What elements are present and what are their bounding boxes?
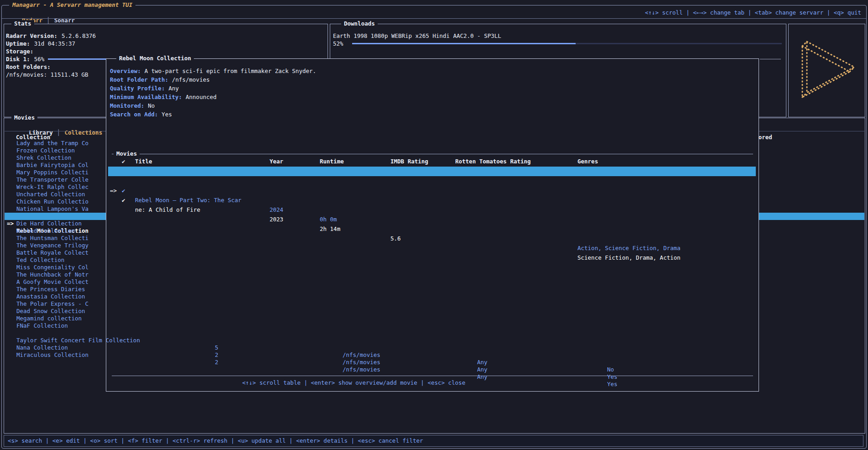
cell-imdb: 5.6 bbox=[390, 234, 401, 243]
cell-quality-profile: Any bbox=[477, 359, 488, 366]
bottom-keybindings-bar: <s> search | <e> edit | <o> sort | <f> f… bbox=[4, 435, 863, 447]
movie-row[interactable]: ✔ Rebel Moon — Part Two: The Scar 2024 0… bbox=[106, 176, 759, 186]
popup-field-min-availability: Minimum Availability:Announced bbox=[110, 93, 217, 101]
cell-runtime: 2h 14m bbox=[320, 224, 340, 234]
cell-quality-profile: Any bbox=[477, 373, 488, 381]
column-header-rt: Rotten Tomatoes Rating bbox=[455, 157, 531, 165]
cell-root-folder: /nfs/movies bbox=[343, 359, 380, 366]
popup-field-quality-profile: Quality Profile:Any bbox=[110, 84, 179, 92]
popup-field-overview: Overview:A two-part sci-fi epic from fil… bbox=[110, 67, 316, 75]
stats-storage-label: Storage: bbox=[6, 47, 33, 55]
app-title: Managarr - A Servarr management TUI bbox=[9, 1, 135, 8]
popup-field-root-folder: Root Folder Path:/nfs/movies bbox=[110, 76, 210, 84]
column-header-imdb: IMDB Rating bbox=[390, 157, 428, 165]
servarr-tab-bar: Radarr│Sonarr bbox=[8, 9, 75, 16]
popup-movies-title: Movies bbox=[114, 150, 140, 157]
column-header-year: Year bbox=[270, 157, 283, 165]
cell-movie-count: 2 bbox=[215, 359, 218, 366]
cell-runtime: 0h 0m bbox=[320, 215, 337, 224]
column-header-genres: Genres bbox=[577, 157, 598, 165]
movies-table-top-border bbox=[112, 154, 753, 154]
downloads-panel-title: Downloads bbox=[341, 20, 378, 27]
cell-movie-count: 2 bbox=[215, 351, 218, 359]
managarr-logo-icon bbox=[796, 35, 856, 104]
stats-rootfolder-line: /nfs/movies: 11511.43 GB bbox=[6, 71, 88, 78]
column-header-check: ✔ bbox=[122, 157, 125, 165]
list-item[interactable]: Miraculous Collection 2 /nfs/movies Any … bbox=[5, 344, 864, 351]
cell-monitored: No bbox=[607, 366, 614, 373]
popup-field-monitored: Monitored:No bbox=[110, 102, 155, 110]
check-icon: ✔ bbox=[122, 195, 125, 205]
stats-uptime-line: Uptime:31d 04:35:37 bbox=[6, 40, 75, 47]
cell-genres: Action, Science Fiction, Drama bbox=[577, 243, 681, 253]
column-header-title: Title bbox=[135, 157, 152, 165]
popup-movies-header: ✔ Title Year Runtime IMDB Rating Rotten … bbox=[106, 157, 759, 165]
cell-year: 2024 bbox=[270, 205, 283, 215]
popup-title: Rebel Moon Collection bbox=[116, 55, 194, 62]
cell-root-folder: /nfs/movies bbox=[343, 366, 380, 373]
stats-version-line: Radarr Version:5.2.6.8376 bbox=[6, 32, 96, 40]
stats-rootfolders-label: Root Folders: bbox=[6, 63, 51, 71]
cell-title: Rebel Moon — Part Two: The Scar bbox=[135, 195, 241, 205]
cell-root-folder: /nfs/movies bbox=[343, 351, 380, 359]
movies-panel-title: Movies bbox=[11, 114, 37, 121]
column-header-runtime: Runtime bbox=[320, 157, 344, 165]
logo-panel bbox=[788, 24, 865, 117]
top-divider bbox=[2, 18, 866, 19]
list-item[interactable]: Nana Collection 2 /nfs/movies Any Yes bbox=[5, 337, 864, 344]
download-item-percent: 52% bbox=[333, 40, 343, 47]
cell-year: 2023 bbox=[270, 215, 283, 224]
download-item-name: Earth 1998 1080p WEBRip x265 Hindi AAC2.… bbox=[333, 32, 501, 40]
selection-highlight bbox=[108, 167, 756, 176]
popup-field-search-on-add: Search on Add:Yes bbox=[110, 110, 172, 118]
selection-arrow: => bbox=[110, 186, 117, 195]
movies-tab-bar: Library│Collections│ bbox=[8, 121, 114, 129]
cell-genres: Science Fiction, Drama, Action bbox=[577, 253, 681, 262]
cell-title: ne: A Child of Fire bbox=[135, 205, 200, 215]
stats-panel-title: Stats bbox=[11, 20, 34, 27]
download-gauge-2-fragment bbox=[760, 59, 781, 59]
list-item[interactable]: Taylor Swift Concert Film Collection 5 /… bbox=[5, 330, 864, 337]
download-progress-gauge bbox=[352, 43, 782, 44]
movie-row-selected[interactable]: => ✔ ne: A Child of Fire 2023 2h 14m 5.6… bbox=[106, 167, 759, 176]
movies-table-bottom-border bbox=[112, 376, 753, 376]
popup-keybindings: <↑↓> scroll table | <enter> show overvie… bbox=[242, 379, 465, 387]
top-keybindings: <↑↓> scroll | <←→> change tab | <tab> ch… bbox=[645, 9, 861, 16]
cell-monitored: Yes bbox=[607, 381, 618, 388]
stats-disk-line: Disk 1:56% bbox=[6, 55, 44, 63]
cell-monitored: Yes bbox=[607, 373, 618, 381]
cell-quality-profile: Any bbox=[477, 366, 488, 373]
app-root: Managarr - A Servarr management TUI Rada… bbox=[0, 0, 868, 450]
check-icon: ✔ bbox=[122, 186, 125, 195]
